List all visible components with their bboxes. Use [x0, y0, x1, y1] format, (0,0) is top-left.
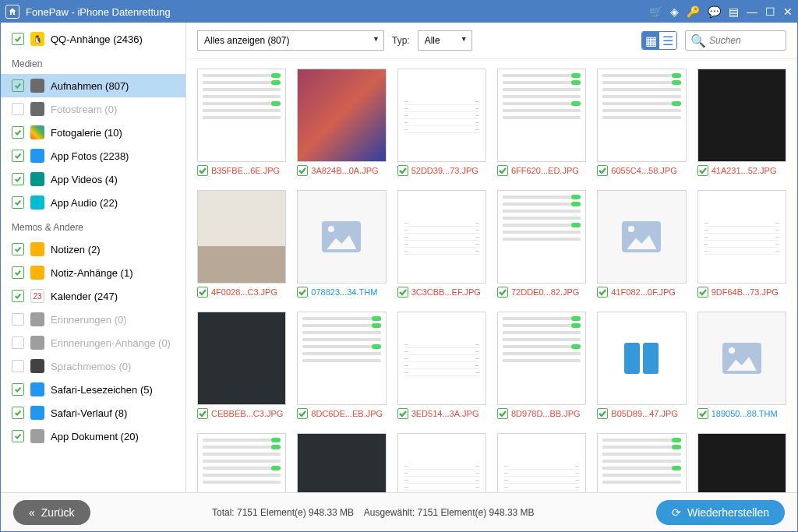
thumbnail-image[interactable]: [497, 69, 586, 162]
checkbox-icon[interactable]: [12, 336, 24, 349]
checkbox-icon[interactable]: [12, 173, 24, 185]
chat-icon[interactable]: 💬: [708, 5, 721, 18]
checkbox-icon[interactable]: [697, 408, 708, 419]
sidebar-item[interactable]: 23Kalender (247): [1, 284, 185, 308]
checkbox-icon[interactable]: [497, 408, 508, 419]
back-button[interactable]: « Zurück: [13, 500, 90, 525]
thumbnail-image[interactable]: [297, 69, 386, 162]
thumbnail-image[interactable]: [697, 433, 786, 492]
sidebar-item[interactable]: Erinnerungen (0): [1, 308, 185, 331]
checkbox-icon[interactable]: [12, 243, 24, 255]
thumbnail-cell[interactable]: 4F0028...C3.JPG: [197, 190, 286, 298]
checkbox-icon[interactable]: [12, 79, 24, 92]
sidebar-item[interactable]: Erinnerungen-Anhänge (0): [1, 331, 185, 354]
sidebar-item[interactable]: App Audio (22): [1, 191, 185, 214]
checkbox-icon[interactable]: [12, 150, 24, 162]
checkbox-icon[interactable]: [597, 408, 608, 419]
checkbox-icon[interactable]: [197, 408, 208, 419]
list-view-icon[interactable]: ☰: [659, 32, 676, 49]
checkbox-icon[interactable]: [197, 287, 208, 298]
checkbox-icon[interactable]: [297, 408, 308, 419]
thumbnail-image[interactable]: [597, 433, 686, 492]
close-icon[interactable]: ✕: [783, 5, 793, 18]
checkbox-icon[interactable]: [12, 103, 24, 115]
sidebar-item[interactable]: Fotostream (0): [1, 97, 185, 121]
thumbnail-cell[interactable]: ——————————52DD39...73.JPG: [397, 69, 486, 176]
thumbnail-image[interactable]: [597, 69, 686, 162]
checkbox-icon[interactable]: [297, 287, 308, 298]
thumbnail-image[interactable]: [497, 190, 586, 284]
checkbox-icon[interactable]: [297, 165, 308, 176]
thumbnail-image[interactable]: [197, 190, 286, 284]
checkbox-icon[interactable]: [597, 165, 608, 176]
grid-view-icon[interactable]: ▦: [642, 32, 659, 49]
thumbnail-image[interactable]: ——————————: [497, 433, 586, 492]
thumbnail-cell[interactable]: [697, 433, 786, 492]
checkbox-icon[interactable]: [197, 165, 208, 176]
thumbnail-image[interactable]: ——————————: [397, 312, 486, 405]
thumbnail-cell[interactable]: [597, 433, 686, 492]
thumbnail-cell[interactable]: 078823...34.THM: [297, 190, 386, 298]
thumbnail-image[interactable]: [297, 433, 386, 492]
sidebar-item[interactable]: Notizen (2): [1, 238, 185, 261]
thumbnail-image[interactable]: ——————————: [697, 190, 786, 284]
checkbox-icon[interactable]: [12, 360, 24, 372]
thumbnail-cell[interactable]: [297, 433, 386, 492]
checkbox-icon[interactable]: [12, 266, 24, 279]
thumbnail-cell[interactable]: 8DC6DE...EB.JPG: [297, 312, 386, 419]
home-icon[interactable]: [5, 5, 19, 19]
thumbnail-image[interactable]: [697, 69, 786, 162]
sidebar-item[interactable]: Sprachmemos (0): [1, 354, 185, 378]
sidebar-item[interactable]: Safari-Lesezeichen (5): [1, 378, 185, 401]
recover-button[interactable]: ⟳ Wiederherstellen: [656, 500, 785, 525]
checkbox-icon[interactable]: [12, 126, 24, 139]
thumbnail-image[interactable]: [197, 69, 286, 162]
thumbnail-cell[interactable]: [197, 433, 286, 492]
sidebar-item[interactable]: App Dokument (20): [1, 425, 185, 448]
checkbox-icon[interactable]: [12, 290, 24, 302]
thumbnail-cell[interactable]: ——————————3ED514...3A.JPG: [397, 312, 486, 419]
minimize-icon[interactable]: —: [747, 5, 757, 18]
sidebar-item[interactable]: Aufnahmen (807): [1, 74, 185, 97]
search-box[interactable]: 🔍: [685, 30, 786, 51]
thumbnail-cell[interactable]: 41F082...0F.JPG: [597, 190, 686, 298]
maximize-icon[interactable]: ☐: [765, 5, 775, 18]
thumbnail-cell[interactable]: 8D978D...BB.JPG: [497, 312, 586, 419]
thumbnail-cell[interactable]: 41A231...52.JPG: [697, 69, 786, 176]
thumbnail-image[interactable]: [297, 312, 386, 405]
thumbnail-image[interactable]: [697, 312, 786, 405]
checkbox-icon[interactable]: [497, 287, 508, 298]
thumbnail-cell[interactable]: 189050...88.THM: [697, 312, 786, 419]
thumbnail-image[interactable]: ——————————: [397, 433, 486, 492]
type-dropdown[interactable]: Alle: [418, 30, 472, 51]
sidebar-item[interactable]: Safari-Verlauf (8): [1, 401, 185, 425]
checkbox-icon[interactable]: [12, 383, 24, 396]
sidebar-item[interactable]: App Fotos (2238): [1, 144, 185, 167]
menu-icon[interactable]: ▤: [729, 5, 739, 18]
sidebar-item[interactable]: Fotogalerie (10): [1, 121, 185, 144]
key-icon[interactable]: 🔑: [687, 5, 700, 18]
checkbox-icon[interactable]: [12, 407, 24, 419]
thumbnail-cell[interactable]: 72DDE0...82.JPG: [497, 190, 586, 298]
sidebar-item[interactable]: App Videos (4): [1, 167, 185, 191]
sidebar-item[interactable]: Notiz-Anhänge (1): [1, 261, 185, 284]
thumbnail-image[interactable]: [297, 190, 386, 284]
checkbox-icon[interactable]: [397, 408, 408, 419]
checkbox-icon[interactable]: [12, 33, 24, 45]
thumbnail-image[interactable]: [497, 312, 586, 405]
filter-dropdown[interactable]: Alles anzeigen (807): [197, 30, 384, 51]
checkbox-icon[interactable]: [697, 287, 708, 298]
thumbnail-cell[interactable]: B35FBE...6E.JPG: [197, 69, 286, 176]
thumbnail-cell[interactable]: ——————————: [397, 433, 486, 492]
thumbnail-image[interactable]: [197, 433, 286, 492]
checkbox-icon[interactable]: [697, 165, 708, 176]
thumbnail-image[interactable]: [597, 190, 686, 284]
search-input[interactable]: [709, 35, 781, 46]
diamond-icon[interactable]: ◈: [670, 5, 679, 18]
thumbnail-cell[interactable]: ——————————9DF64B...73.JPG: [697, 190, 786, 298]
thumbnail-cell[interactable]: ——————————3C3CBB...EF.JPG: [397, 190, 486, 298]
thumbnail-cell[interactable]: 6055C4...58.JPG: [597, 69, 686, 176]
thumbnail-cell[interactable]: B05D89...47.JPG: [597, 312, 686, 419]
thumbnail-cell[interactable]: 6FF620...ED.JPG: [497, 69, 586, 176]
cart-icon[interactable]: 🛒: [649, 5, 662, 18]
